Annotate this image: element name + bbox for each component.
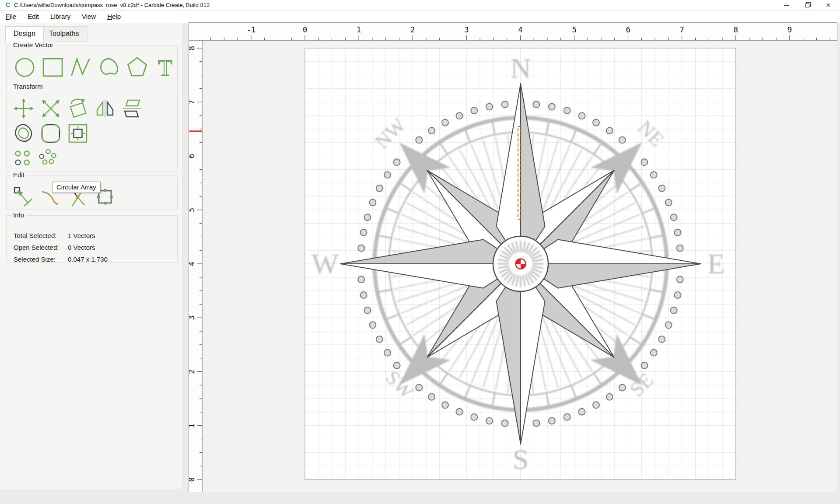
tab-design[interactable]: Design [5,26,44,42]
h-ruler-number: 2 [410,25,415,34]
v-ruler-number: 3 [189,315,196,320]
v-ruler-number: 5 [189,208,196,212]
info-row-open: Open Selected: 0 Vectors [7,242,177,253]
align-icon[interactable] [121,98,143,119]
offset-icon[interactable] [13,122,35,144]
svg-text:T: T [158,55,172,80]
h-ruler-number: 9 [788,25,792,34]
info-row-total: Total Selected: 1 Vectors [7,230,177,242]
compass-label-n: N [510,52,531,84]
polygon-icon[interactable] [125,55,149,80]
open-selected-value: 0 Vectors [68,242,95,253]
design-canvas[interactable]: NESWNESESWNW [203,41,837,492]
h-ruler-number: 8 [734,25,738,34]
center-datum-marker [516,259,526,269]
total-selected-value: 1 Vectors [68,230,95,242]
circle-icon[interactable] [13,55,37,80]
h-ruler-number: 6 [626,25,630,34]
restore-button[interactable] [797,0,817,10]
close-button[interactable]: ✕ [818,0,838,10]
polyline-icon[interactable] [69,55,93,80]
info-group: Info Total Selected: 1 Vectors Open Sele… [6,215,178,262]
compass-label-w: W [312,248,339,280]
horizontal-ruler: -10123456789 [189,22,837,41]
v-ruler-number: 0 [189,477,196,482]
circular-array-tooltip: Circular Array [52,182,101,193]
total-selected-label: Total Selected: [14,230,68,242]
scale-icon[interactable] [40,98,62,119]
grid-array-icon[interactable] [13,148,33,168]
h-ruler-number: 3 [464,25,469,34]
info-row-size: Selected Size: 0.047 x 1.730 [7,253,177,265]
v-ruler-number: 8 [189,46,196,50]
minimize-button[interactable] [776,0,796,10]
circular-array-icon[interactable] [38,148,58,168]
app-logo: C [6,1,10,8]
v-ruler-number: 6 [189,154,196,158]
h-ruler-number: 4 [518,25,522,34]
minimize-icon [784,5,789,6]
menu-item-file[interactable]: File [0,11,22,23]
left-panel: Design Toolpaths Create Vector T Transfo… [0,23,183,489]
move-icon[interactable] [13,98,35,119]
ruler-selection-marker [189,130,202,132]
h-ruler-number: -1 [247,25,256,34]
menu-item-library[interactable]: Library [45,11,76,23]
open-selected-label: Open Selected: [14,242,68,253]
selected-size-label: Selected Size: [14,253,68,265]
menu-item-help[interactable]: Help [102,11,126,23]
h-ruler-number: 1 [357,25,361,34]
h-ruler-number: 5 [572,25,576,34]
rotate-icon[interactable] [67,98,89,119]
compass-label-s: S [513,443,529,475]
create-vector-title: Create Vector [11,41,56,49]
flip-icon[interactable] [94,98,116,119]
nested-offset-icon[interactable] [67,122,89,144]
fillet-icon[interactable] [40,122,62,144]
curve-icon[interactable] [97,55,121,80]
h-ruler-number: 7 [680,25,684,34]
selected-size-value: 0.047 x 1.730 [68,253,108,265]
menu-bar: FileEditLibraryViewHelp [0,11,840,23]
v-ruler-number: 2 [189,369,196,374]
v-ruler-number: 7 [189,100,196,104]
info-title: Info [11,211,26,219]
node-edit-icon[interactable] [13,186,35,208]
compass-label-e: E [707,248,725,280]
text-icon[interactable]: T [153,55,177,80]
vertical-ruler: 012345678 [189,41,203,492]
tab-toolpaths[interactable]: Toolpaths [41,26,88,42]
v-ruler-number: 1 [189,424,196,428]
transform-title: Transform [11,83,45,90]
edit-title: Edit [11,171,27,178]
restore-icon [805,4,809,7]
title-bar: C C:/Users/willa/Downloads/compass_rose_… [0,0,840,10]
compass-rose-drawing[interactable]: NESWNESESWNW [203,41,837,492]
window-title: C:/Users/willa/Downloads/compass_rose_v8… [14,2,210,8]
h-ruler-number: 0 [303,25,307,34]
rectangle-icon[interactable] [41,55,65,80]
menu-item-edit[interactable]: Edit [22,11,45,23]
v-ruler-number: 4 [189,262,196,266]
menu-item-view[interactable]: View [76,11,102,23]
transform-group: Transform [6,87,178,172]
